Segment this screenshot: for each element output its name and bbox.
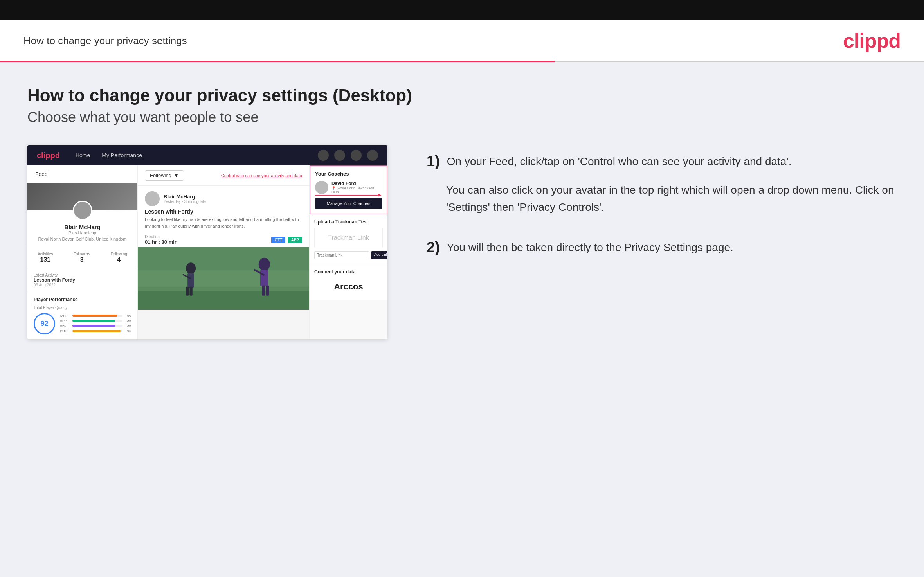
profile-membership: Plus Handicap bbox=[31, 230, 133, 235]
step1-number: 1) bbox=[427, 153, 440, 170]
svg-point-3 bbox=[186, 262, 196, 274]
profile-name: Blair McHarg bbox=[31, 224, 133, 230]
profile-club: Royal North Devon Golf Club, United King… bbox=[31, 237, 133, 241]
avatar-icon[interactable] bbox=[367, 150, 378, 161]
mock-right-sidebar: Your Coaches David Ford 📍 Royal North De… bbox=[309, 165, 387, 339]
post-title: Lesson with Fordy bbox=[138, 209, 309, 216]
coach-avatar bbox=[315, 181, 328, 194]
step2-number: 2) bbox=[427, 239, 440, 256]
mock-main-feed: Following ▼ Control who can see your act… bbox=[138, 165, 309, 339]
mock-sidebar: Feed Blair McHarg Plus Handicap Royal No… bbox=[27, 165, 138, 339]
connect-title: Connect your data bbox=[314, 269, 383, 275]
control-link[interactable]: Control who can see your activity and da… bbox=[221, 173, 302, 178]
instruction-step2: 2) You will then be taken directly to th… bbox=[427, 239, 897, 256]
post-author-name: Blair McHarg bbox=[164, 194, 206, 200]
user-icon[interactable] bbox=[334, 150, 345, 161]
bar-label: OTT bbox=[60, 314, 71, 318]
step2-text: You will then be taken directly to the P… bbox=[447, 239, 733, 256]
instructions-panel: 1) On your Feed, click/tap on 'Control w… bbox=[411, 145, 897, 280]
post-photo-svg bbox=[138, 247, 309, 310]
coach-name: David Ford bbox=[331, 181, 382, 186]
main-content: How to change your privacy settings (Des… bbox=[0, 62, 924, 571]
following-bar: Following ▼ Control who can see your act… bbox=[138, 165, 309, 186]
bar-track bbox=[72, 320, 122, 322]
coach-info: David Ford 📍 Royal North Devon Golf Club bbox=[331, 181, 382, 194]
perf-bar-row: PUTT 96 bbox=[60, 329, 131, 333]
stat-followers-label: Followers bbox=[74, 252, 90, 256]
duration-value: 01 hr : 30 min bbox=[145, 239, 178, 245]
perf-bar-row: ARG 86 bbox=[60, 324, 131, 328]
bar-fill bbox=[72, 330, 121, 332]
latest-date: 03 Aug 2022 bbox=[34, 283, 131, 287]
perf-bar-row: APP 85 bbox=[60, 319, 131, 323]
stats-row: Activities 131 Followers 3 Following 4 bbox=[27, 247, 137, 268]
bar-label: ARG bbox=[60, 324, 71, 328]
logo: clippd bbox=[843, 29, 901, 52]
post-avatar bbox=[145, 191, 160, 206]
duration-info: Duration 01 hr : 30 min bbox=[145, 235, 178, 245]
post-description: Looking to feel like my hands are exitin… bbox=[138, 216, 309, 232]
plus-icon[interactable] bbox=[351, 150, 362, 161]
step1-block: 1) On your Feed, click/tap on 'Control w… bbox=[427, 153, 897, 216]
post-photo bbox=[138, 247, 309, 310]
badge-ott: OTT bbox=[271, 237, 285, 243]
badge-app: APP bbox=[288, 237, 302, 243]
stat-following-value: 4 bbox=[111, 256, 127, 263]
post-badges: OTT APP bbox=[271, 237, 302, 243]
mock-body: Feed Blair McHarg Plus Handicap Royal No… bbox=[27, 165, 387, 339]
trackman-section: Upload a Trackman Test Trackman Link Add… bbox=[310, 214, 387, 264]
svg-rect-2 bbox=[138, 270, 309, 291]
step1-body: 1) On your Feed, click/tap on 'Control w… bbox=[427, 153, 897, 216]
perf-quality-label: Total Player Quality bbox=[34, 306, 131, 310]
top-bar bbox=[0, 0, 924, 20]
footer: Copyright Clippd 2022 bbox=[0, 571, 924, 577]
stat-activities-value: 131 bbox=[38, 256, 53, 263]
stat-followers-value: 3 bbox=[74, 256, 90, 263]
feed-tab[interactable]: Feed bbox=[27, 165, 137, 183]
bar-value: 96 bbox=[124, 329, 131, 333]
step2-block: 2) You will then be taken directly to th… bbox=[427, 239, 897, 256]
bar-track bbox=[72, 315, 122, 317]
mock-nav-performance: My Performance bbox=[102, 152, 142, 158]
svg-rect-4 bbox=[187, 273, 194, 288]
stat-following: Following 4 bbox=[111, 252, 127, 263]
mock-nav-icons bbox=[318, 150, 378, 161]
bar-fill bbox=[72, 315, 117, 317]
performance-bars: OTT 90 APP 85 ARG 86 PUTT bbox=[60, 314, 131, 334]
stat-followers: Followers 3 bbox=[74, 252, 90, 263]
trackman-input[interactable] bbox=[314, 251, 369, 259]
trackman-placeholder: Trackman Link bbox=[314, 228, 383, 248]
bar-label: APP bbox=[60, 319, 71, 323]
chevron-down-icon: ▼ bbox=[174, 173, 179, 178]
bar-fill bbox=[72, 325, 115, 327]
quality-row: 92 OTT 90 APP 85 ARG bbox=[34, 313, 131, 334]
manage-coaches-button[interactable]: Manage Your Coaches bbox=[315, 198, 382, 209]
stat-activities-label: Activities bbox=[38, 252, 53, 256]
arccos-brand: Arccos bbox=[314, 278, 383, 296]
add-link-button[interactable]: Add Link bbox=[371, 251, 387, 259]
bar-track bbox=[72, 325, 122, 327]
instruction-step1: 1) On your Feed, click/tap on 'Control w… bbox=[427, 153, 897, 216]
svg-rect-12 bbox=[266, 286, 269, 296]
post-date: Yesterday · Sunningdale bbox=[164, 200, 206, 204]
trackman-input-row: Add Link bbox=[314, 251, 383, 259]
mock-navbar: clippd Home My Performance bbox=[27, 145, 387, 165]
svg-point-8 bbox=[259, 258, 270, 271]
stat-following-label: Following bbox=[111, 252, 127, 256]
duration-label: Duration bbox=[145, 235, 178, 239]
following-label: Following bbox=[150, 173, 171, 178]
bar-label: PUTT bbox=[60, 329, 71, 333]
score-circle: 92 bbox=[34, 313, 55, 334]
search-icon[interactable] bbox=[318, 150, 329, 161]
player-performance: Player Performance Total Player Quality … bbox=[27, 292, 137, 339]
profile-banner bbox=[27, 183, 137, 210]
page-title: How to change your privacy settings (Des… bbox=[27, 86, 897, 105]
step1-extra: You can also click on your avatar in the… bbox=[446, 182, 897, 216]
following-button[interactable]: Following ▼ bbox=[145, 170, 184, 181]
coaches-title: Your Coaches bbox=[315, 171, 382, 177]
breadcrumb: How to change your privacy settings bbox=[23, 35, 187, 47]
coach-club: 📍 Royal North Devon Golf Club bbox=[331, 186, 382, 194]
mock-logo: clippd bbox=[37, 151, 60, 160]
stat-activities: Activities 131 bbox=[38, 252, 53, 263]
latest-value: Lesson with Fordy bbox=[34, 277, 131, 283]
